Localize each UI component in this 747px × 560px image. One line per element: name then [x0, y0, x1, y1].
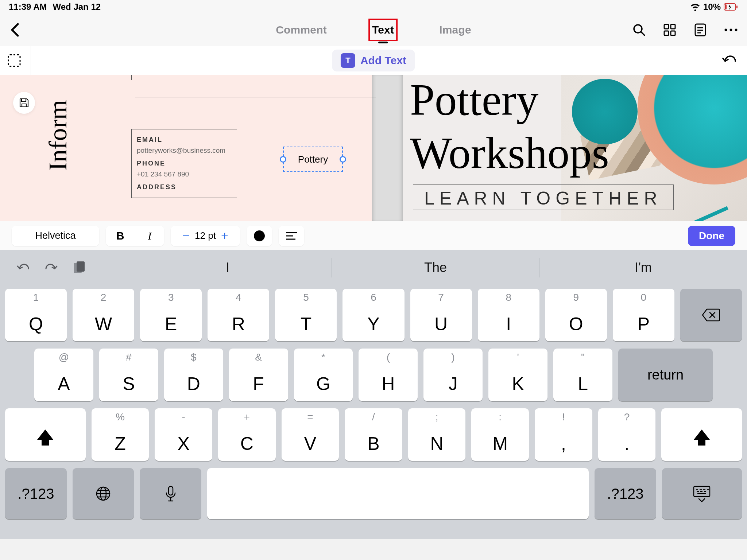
- svg-rect-5: [664, 24, 669, 29]
- key-s[interactable]: #S: [99, 349, 158, 401]
- key-v[interactable]: =V: [282, 408, 339, 461]
- add-text-button[interactable]: T Add Text: [332, 50, 415, 71]
- top-nav: Comment Text Image: [0, 14, 747, 46]
- tab-image[interactable]: Image: [438, 22, 472, 38]
- key-t[interactable]: 5T: [275, 289, 337, 341]
- bold-italic-segment: B I: [106, 226, 164, 246]
- key-alt: 9: [573, 292, 579, 303]
- page-right[interactable]: PotteryWorkshops LEARN TOGETHER: [403, 75, 747, 221]
- key-n[interactable]: ;N: [408, 408, 466, 461]
- key-g[interactable]: *G: [294, 349, 353, 401]
- key-w[interactable]: 2W: [73, 289, 134, 341]
- suggestion-3[interactable]: I'm: [539, 260, 747, 275]
- italic-button[interactable]: I: [135, 226, 165, 246]
- page-left[interactable]: Inform EMAIL potteryworks@business.com P…: [0, 75, 372, 221]
- svg-point-14: [730, 29, 732, 31]
- status-bar: 11:39 AM Wed Jan 12 10%: [0, 0, 747, 14]
- key-main: E: [165, 314, 177, 335]
- kb-undo-icon[interactable]: [16, 262, 30, 273]
- key-period[interactable]: ?.: [598, 408, 656, 461]
- key-alt: %: [116, 411, 125, 423]
- add-text-icon: T: [341, 53, 355, 68]
- inserted-text-box[interactable]: Pottery: [283, 147, 343, 172]
- key-l[interactable]: "L: [553, 349, 612, 401]
- key-alt: /: [372, 411, 375, 423]
- key-b[interactable]: /B: [345, 408, 402, 461]
- status-time: 11:39 AM: [9, 2, 47, 12]
- key-main: U: [434, 314, 448, 335]
- key-shift-right[interactable]: [661, 408, 742, 461]
- key-x[interactable]: -X: [155, 408, 212, 461]
- key-dismiss[interactable]: [662, 468, 742, 519]
- contact-card: EMAIL potteryworks@business.com PHONE +0…: [131, 129, 237, 198]
- key-a[interactable]: @A: [34, 349, 93, 401]
- undo-button[interactable]: [722, 54, 737, 67]
- key-h[interactable]: (H: [359, 349, 418, 401]
- key-comma[interactable]: !,: [535, 408, 592, 461]
- key-space[interactable]: [207, 468, 589, 519]
- back-button[interactable]: [0, 23, 29, 37]
- resize-handle-right[interactable]: [340, 156, 346, 163]
- key-alt: @: [59, 351, 69, 363]
- key-q[interactable]: 1Q: [5, 289, 67, 341]
- grid-icon[interactable]: [662, 23, 677, 37]
- key-backspace[interactable]: [680, 289, 742, 341]
- key-globe[interactable]: [73, 468, 134, 519]
- key-numeric-left[interactable]: .?123: [5, 468, 67, 519]
- prediction-row: I The I'm: [0, 250, 747, 285]
- phone-value: +01 234 567 890: [137, 170, 232, 178]
- suggestion-1[interactable]: I: [124, 260, 332, 275]
- key-alt: #: [126, 351, 132, 363]
- key-f[interactable]: &F: [229, 349, 288, 401]
- key-j[interactable]: )J: [423, 349, 483, 401]
- key-shift-left[interactable]: [5, 408, 86, 461]
- key-main: T: [301, 314, 312, 335]
- align-button[interactable]: [279, 226, 304, 246]
- save-button[interactable]: [13, 92, 35, 114]
- key-alt: ?: [624, 411, 630, 423]
- key-mic[interactable]: [140, 468, 201, 519]
- panel-icon[interactable]: [693, 23, 708, 37]
- svg-rect-7: [664, 31, 669, 35]
- more-icon[interactable]: [724, 23, 738, 37]
- tab-comment[interactable]: Comment: [275, 22, 328, 38]
- font-picker[interactable]: Helvetica: [12, 226, 99, 246]
- key-p[interactable]: 0P: [613, 289, 674, 341]
- key-c[interactable]: +C: [218, 408, 276, 461]
- key-numeric-right[interactable]: .?123: [595, 468, 656, 519]
- tab-text[interactable]: Text: [371, 22, 395, 38]
- size-decrease[interactable]: −: [179, 229, 193, 243]
- key-z[interactable]: %Z: [92, 408, 149, 461]
- key-alt: ;: [436, 411, 438, 423]
- key-k[interactable]: 'K: [488, 349, 547, 401]
- key-alt: (: [387, 351, 390, 363]
- key-return[interactable]: return: [618, 349, 713, 401]
- key-r[interactable]: 4R: [208, 289, 269, 341]
- size-increase[interactable]: +: [218, 229, 231, 243]
- address-label: ADDRESS: [137, 183, 232, 191]
- key-y[interactable]: 6Y: [342, 289, 404, 341]
- search-icon[interactable]: [632, 23, 646, 37]
- resize-handle-left[interactable]: [280, 156, 286, 163]
- key-i[interactable]: 8I: [478, 289, 539, 341]
- done-button[interactable]: Done: [688, 226, 735, 246]
- key-m[interactable]: :M: [471, 408, 529, 461]
- key-main: S: [123, 373, 135, 394]
- document-canvas[interactable]: Inform EMAIL potteryworks@business.com P…: [0, 75, 747, 221]
- key-d[interactable]: $D: [164, 349, 223, 401]
- key-main: Q: [29, 314, 43, 335]
- selection-tool-icon[interactable]: [7, 54, 21, 67]
- key-main: B: [367, 433, 379, 454]
- battery-icon: [724, 3, 738, 11]
- key-alt: :: [499, 411, 502, 423]
- key-main: D: [187, 373, 200, 394]
- suggestion-2[interactable]: The: [332, 260, 539, 275]
- key-e[interactable]: 3E: [140, 289, 202, 341]
- key-u[interactable]: 7U: [410, 289, 472, 341]
- kb-redo-icon[interactable]: [44, 262, 58, 273]
- text-color-button[interactable]: [247, 226, 272, 246]
- bold-button[interactable]: B: [106, 226, 135, 246]
- key-o[interactable]: 9O: [545, 289, 607, 341]
- add-text-label: Add Text: [360, 54, 406, 67]
- kb-clipboard-icon[interactable]: [73, 261, 85, 275]
